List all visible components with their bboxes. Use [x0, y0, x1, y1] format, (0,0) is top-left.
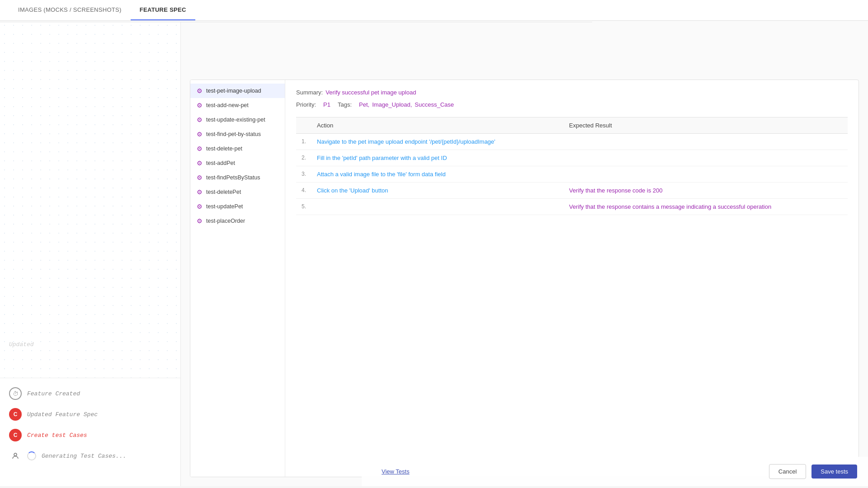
step-num-5: 5.	[296, 199, 311, 215]
activity-text-feature-created: Feature Created	[27, 390, 80, 397]
activity-item-create-tests: C Create test Cases	[9, 429, 171, 441]
activity-text-create-tests: Create test Cases	[27, 432, 87, 439]
top-tabs: IMAGES (MOCKS / SCREENSHOTS) FEATURE SPE…	[0, 0, 868, 21]
test-icon-8: ⚙	[197, 203, 203, 210]
table-row: 5. Verify that the response contains a m…	[296, 199, 848, 215]
test-icon-5: ⚙	[197, 160, 203, 167]
user-icon-red-1: C	[9, 408, 22, 421]
tags-label: Tags:	[338, 101, 352, 108]
col-expected: Expected Result	[564, 117, 848, 134]
step-num-4: 4.	[296, 183, 311, 199]
test-list-item-0[interactable]: ⚙ test-pet-image-upload	[190, 84, 285, 98]
left-panel: ⏱ Feature Created C Updated Feature Spec…	[0, 21, 181, 486]
expected-4: Verify that the response code is 200	[564, 183, 848, 199]
action-2: Fill in the 'petId' path parameter with …	[311, 150, 564, 166]
test-list-item-7[interactable]: ⚙ test-deletePet	[190, 185, 285, 199]
action-link-4[interactable]: Click on the 'Upload' button	[317, 187, 388, 194]
tag-0: Pet,	[359, 101, 369, 108]
expected-text-4: Verify that the response code is 200	[569, 187, 663, 194]
test-list-item-8[interactable]: ⚙ test-updatePet	[190, 199, 285, 214]
test-icon-4: ⚙	[197, 145, 203, 152]
activity-text-updated-spec: Updated Feature Spec	[27, 411, 98, 418]
step-num-3: 3.	[296, 166, 311, 183]
test-icon-0: ⚙	[197, 87, 203, 94]
action-link-1[interactable]: Navigate to the pet image upload endpoin…	[317, 138, 495, 145]
action-1: Navigate to the pet image upload endpoin…	[311, 134, 564, 150]
activity-item-generating: Generating Test Cases...	[9, 450, 171, 462]
test-list-item-5[interactable]: ⚙ test-addPet	[190, 156, 285, 170]
expected-5: Verify that the response contains a mess…	[564, 199, 848, 215]
table-row: 4. Click on the 'Upload' button Verify t…	[296, 183, 848, 199]
priority-value: P1	[323, 101, 330, 108]
test-list-item-2[interactable]: ⚙ test-update-existing-pet	[190, 113, 285, 127]
user-icon-red-2: C	[9, 429, 22, 441]
test-list-label-4: test-delete-pet	[206, 145, 242, 152]
action-5	[311, 199, 564, 215]
test-list-item-6[interactable]: ⚙ test-findPetsByStatus	[190, 170, 285, 185]
test-list-label-1: test-add-new-pet	[206, 102, 249, 108]
test-icon-3: ⚙	[197, 131, 203, 138]
save-tests-button[interactable]: Save tests	[811, 465, 857, 479]
action-3: Attach a valid image file to the 'file' …	[311, 166, 564, 183]
loading-spinner	[27, 451, 36, 460]
action-link-3[interactable]: Attach a valid image file to the 'file' …	[317, 171, 446, 178]
tab-images[interactable]: IMAGES (MOCKS / SCREENSHOTS)	[9, 0, 131, 20]
main-container: ⏱ Feature Created C Updated Feature Spec…	[0, 21, 868, 486]
summary-row: Summary: Verify successful pet image upl…	[296, 89, 848, 96]
test-panel: ⚙ test-pet-image-upload ⚙ test-add-new-p…	[190, 80, 859, 477]
priority-label: Priority:	[296, 101, 316, 108]
table-row: 2. Fill in the 'petId' path parameter wi…	[296, 150, 848, 166]
step-num-2: 2.	[296, 150, 311, 166]
priority-row: Priority: P1 Tags: Pet, Image_Upload, Su…	[296, 101, 848, 108]
test-list-item-3[interactable]: ⚙ test-find-pet-by-status	[190, 127, 285, 141]
cancel-button[interactable]: Cancel	[769, 464, 806, 479]
bottom-bar: View Tests Cancel Save tests	[362, 457, 868, 486]
updated-badge: Updated	[9, 341, 34, 348]
action-4: Click on the 'Upload' button	[311, 183, 564, 199]
test-list-label-6: test-findPetsByStatus	[206, 174, 260, 181]
activity-text-generating: Generating Test Cases...	[42, 453, 126, 460]
summary-label: Summary:	[296, 89, 323, 96]
activity-log: ⏱ Feature Created C Updated Feature Spec…	[0, 378, 180, 486]
test-list-label-0: test-pet-image-upload	[206, 88, 261, 94]
dotted-background	[0, 21, 180, 396]
test-list: ⚙ test-pet-image-upload ⚙ test-add-new-p…	[190, 80, 285, 477]
view-tests-link[interactable]: View Tests	[382, 468, 410, 475]
activity-item-feature-created: ⏱ Feature Created	[9, 387, 171, 400]
user-icon-generating	[9, 450, 22, 462]
tag-2: Success_Case	[415, 101, 454, 108]
test-icon-2: ⚙	[197, 116, 203, 123]
tag-1: Image_Upload,	[372, 101, 412, 108]
test-icon-1: ⚙	[197, 102, 203, 109]
expected-2	[564, 150, 848, 166]
test-icon-6: ⚙	[197, 174, 203, 181]
action-link-2[interactable]: Fill in the 'petId' path parameter with …	[317, 155, 447, 161]
test-icon-7: ⚙	[197, 188, 203, 196]
col-action: Action	[311, 117, 564, 134]
table-row: 3. Attach a valid image file to the 'fil…	[296, 166, 848, 183]
test-list-label-2: test-update-existing-pet	[206, 117, 265, 123]
test-icon-9: ⚙	[197, 217, 203, 225]
test-list-label-5: test-addPet	[206, 160, 235, 166]
step-num-1: 1.	[296, 134, 311, 150]
clock-icon: ⏱	[9, 387, 22, 400]
test-list-item-4[interactable]: ⚙ test-delete-pet	[190, 141, 285, 156]
tab-feature-spec[interactable]: FEATURE SPEC	[131, 0, 195, 20]
col-step	[296, 117, 311, 134]
test-list-label-7: test-deletePet	[206, 189, 241, 195]
svg-point-0	[14, 453, 17, 456]
tags-list: Pet, Image_Upload, Success_Case	[359, 101, 454, 108]
expected-3	[564, 166, 848, 183]
test-list-label-9: test-placeOrder	[206, 218, 245, 224]
test-steps-table: Action Expected Result 1. Navigate to th…	[296, 117, 848, 215]
right-area: ⚙ test-pet-image-upload ⚙ test-add-new-p…	[181, 21, 868, 486]
test-detail: Summary: Verify successful pet image upl…	[285, 80, 859, 477]
expected-1	[564, 134, 848, 150]
table-row: 1. Navigate to the pet image upload endp…	[296, 134, 848, 150]
test-list-label-3: test-find-pet-by-status	[206, 131, 261, 137]
test-list-item-1[interactable]: ⚙ test-add-new-pet	[190, 98, 285, 113]
test-list-item-9[interactable]: ⚙ test-placeOrder	[190, 214, 285, 228]
activity-item-updated-spec: C Updated Feature Spec	[9, 408, 171, 421]
expected-text-5: Verify that the response contains a mess…	[569, 203, 771, 210]
test-list-label-8: test-updatePet	[206, 203, 243, 210]
